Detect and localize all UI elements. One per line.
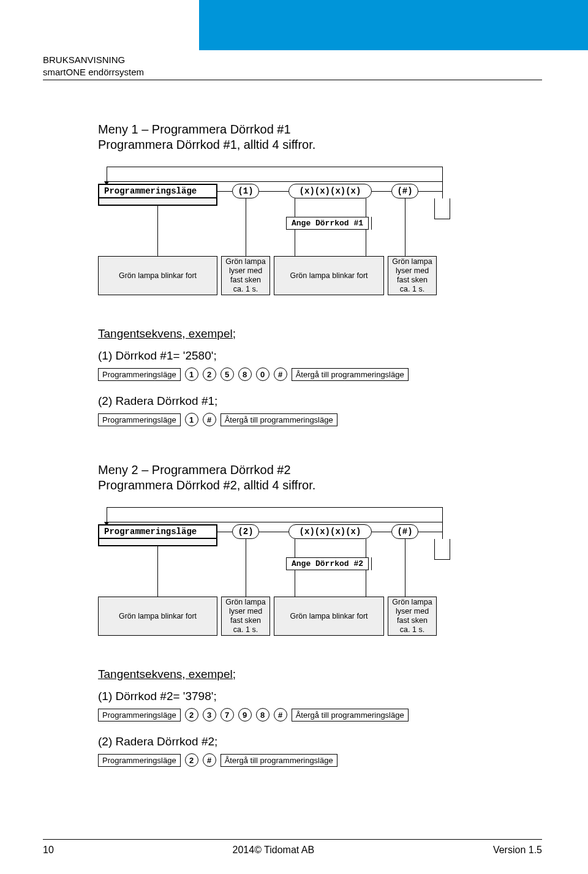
prog-label: Programmeringsläge xyxy=(98,413,181,426)
menu2-ex1-row: Programmeringsläge 2 3 7 9 8 # Återgå ti… xyxy=(98,708,490,721)
key: 2 xyxy=(203,367,216,381)
line xyxy=(434,539,450,560)
key: # xyxy=(203,753,216,767)
menu2-ex-head: Tangentsekvens, exempel; xyxy=(98,668,490,681)
footer-page: 10 xyxy=(43,845,54,856)
menu1-ex2-row: Programmeringsläge 1 # Återgå till progr… xyxy=(98,413,490,426)
line xyxy=(107,507,442,508)
key: 0 xyxy=(256,367,270,381)
menu1-ex1-row: Programmeringsläge 1 2 5 8 0 # Återgå ti… xyxy=(98,367,490,381)
line xyxy=(217,191,232,192)
key: 1 xyxy=(185,367,198,381)
banner xyxy=(199,0,588,50)
line xyxy=(372,532,391,532)
menu1-ex-head: Tangentsekvens, exempel; xyxy=(98,327,490,341)
line xyxy=(405,539,405,597)
menu1-subtitle: Programmera Dörrkod #1, alltid 4 siffror… xyxy=(98,138,490,152)
line xyxy=(418,191,442,192)
flow-key-1: (1) xyxy=(232,184,259,198)
key: 3 xyxy=(203,708,216,721)
flow-status-3: Grön lampa blinkar fort xyxy=(274,256,384,295)
prog-label: Programmeringsläge xyxy=(98,709,181,721)
footer: 10 2014© Tidomat AB Version 1.5 xyxy=(43,845,542,856)
menu2-ex2-row: Programmeringsläge 2 # Återgå till progr… xyxy=(98,753,490,767)
flow-prog-shadow xyxy=(98,539,217,546)
key: 8 xyxy=(238,367,252,381)
flow-ange: Ange Dörrkod #1 xyxy=(286,217,369,230)
line xyxy=(434,198,450,219)
key: 2 xyxy=(185,708,198,721)
line xyxy=(259,191,288,192)
flow-key-x: (x)(x)(x)(x) xyxy=(288,184,372,198)
menu2-title: Meny 2 – Programmera Dörrkod #2 xyxy=(98,463,490,477)
line xyxy=(157,546,158,597)
flow-prog-shadow xyxy=(98,198,217,206)
menu1-flow: Programmeringsläge (1) (x)(x)(x)(x) (#) … xyxy=(98,167,490,314)
aterga-label: Återgå till programmeringsläge xyxy=(292,709,409,721)
key: 9 xyxy=(238,708,252,721)
line xyxy=(246,539,246,597)
line xyxy=(418,532,442,532)
prog-label: Programmeringsläge xyxy=(98,368,181,381)
menu2-flow: Programmeringsläge (2) (x)(x)(x)(x) (#) … xyxy=(98,507,490,654)
flow-key-1: (2) xyxy=(232,524,259,539)
aterga-label: Återgå till programmeringsläge xyxy=(292,368,409,381)
aterga-label: Återgå till programmeringsläge xyxy=(221,754,337,767)
flow-prog-box: Programmeringsläge xyxy=(98,524,217,539)
flow-status-3: Grön lampa blinkar fort xyxy=(274,597,384,636)
key: # xyxy=(274,367,287,381)
flow-ange: Ange Dörrkod #2 xyxy=(286,557,369,570)
menu1-title: Meny 1 – Programmera Dörrkod #1 xyxy=(98,122,490,137)
flow-ange-wrap: Ange Dörrkod #1 xyxy=(286,217,372,230)
footer-rule xyxy=(43,839,542,840)
line xyxy=(405,198,405,256)
line xyxy=(372,191,391,192)
key: # xyxy=(274,708,287,721)
flow-status-1: Grön lampa blinkar fort xyxy=(98,256,217,295)
header-rule xyxy=(43,80,542,80)
flow-status-4: Grön lampa lyser med fast sken ca. 1 s. xyxy=(388,256,437,295)
header-line1: BRUKSANVISNING xyxy=(43,54,144,66)
line xyxy=(107,181,442,182)
line xyxy=(442,191,443,198)
menu2-ex1-label: (1) Dörrkod #2= '3798'; xyxy=(98,690,490,703)
line xyxy=(259,532,288,532)
line xyxy=(157,206,158,256)
key: # xyxy=(203,413,216,426)
flow-status-4: Grön lampa lyser med fast sken ca. 1 s. xyxy=(388,597,437,636)
key: 2 xyxy=(185,753,198,767)
line xyxy=(217,532,232,532)
flow-status-2: Grön lampa lyser med fast sken ca. 1 s. xyxy=(221,597,270,636)
content: Meny 1 – Programmera Dörrkod #1 Programm… xyxy=(98,122,490,780)
key: 8 xyxy=(256,708,270,721)
line xyxy=(246,198,246,256)
flow-key-h: (#) xyxy=(391,524,418,539)
flow-key-h: (#) xyxy=(391,184,418,198)
menu1-ex2-label: (2) Radera Dörrkod #1; xyxy=(98,394,490,408)
footer-center: 2014© Tidomat AB xyxy=(233,845,315,856)
line xyxy=(442,532,443,539)
flow-ange-wrap: Ange Dörrkod #2 xyxy=(286,557,372,570)
footer-version: Version 1.5 xyxy=(493,845,542,856)
menu1-ex1-label: (1) Dörrkod #1= '2580'; xyxy=(98,349,490,363)
flow-prog-box: Programmeringsläge xyxy=(98,184,217,198)
flow-key-x: (x)(x)(x)(x) xyxy=(288,524,372,539)
key: 1 xyxy=(185,413,198,426)
flow-status-1: Grön lampa blinkar fort xyxy=(98,597,217,636)
line xyxy=(107,522,442,522)
prog-label: Programmeringsläge xyxy=(98,754,181,767)
menu2-ex2-label: (2) Radera Dörrkod #2; xyxy=(98,735,490,748)
header-line2: smartONE endörrsystem xyxy=(43,66,144,78)
line xyxy=(442,167,443,191)
aterga-label: Återgå till programmeringsläge xyxy=(221,413,337,426)
line xyxy=(107,167,442,167)
flow-status-2: Grön lampa lyser med fast sken ca. 1 s. xyxy=(221,256,270,295)
menu2-subtitle: Programmera Dörrkod #2, alltid 4 siffror… xyxy=(98,478,490,492)
key: 5 xyxy=(221,367,234,381)
key: 7 xyxy=(221,708,234,721)
line xyxy=(442,507,443,532)
doc-header: BRUKSANVISNING smartONE endörrsystem xyxy=(43,54,144,78)
